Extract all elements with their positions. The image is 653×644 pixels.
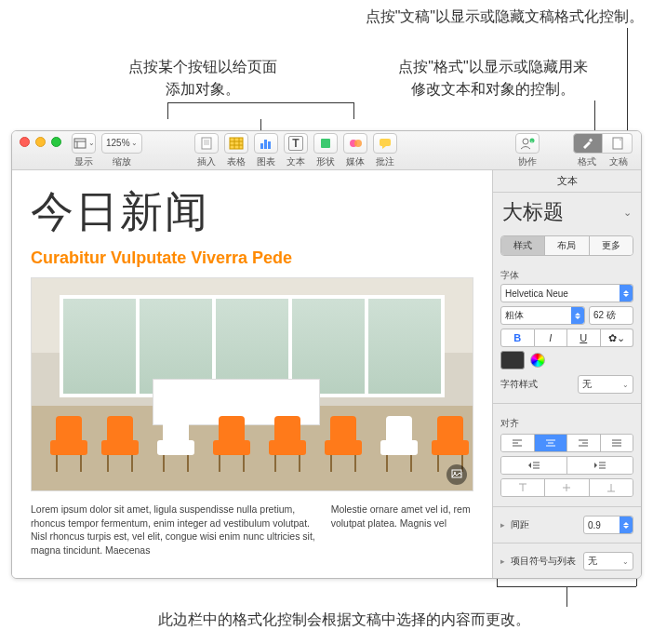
callout-text: 修改文本和对象的控制。 xyxy=(353,78,633,101)
text-button[interactable]: T xyxy=(284,133,308,154)
callout-insert: 点按某个按钮以给页面 添加对象。 xyxy=(100,56,305,101)
callout-line xyxy=(353,102,354,119)
image-chair xyxy=(101,421,139,472)
spacing-label: 间距 xyxy=(511,518,578,531)
view-group: ⌄ 显示 xyxy=(69,131,99,169)
content-area: 今日新闻 Curabitur Vulputate Viverra Pede xyxy=(12,170,641,578)
image-icon xyxy=(451,469,462,480)
font-label: 字体 xyxy=(500,269,633,282)
font-family-select[interactable]: Helvetica Neue xyxy=(500,284,633,302)
italic-button[interactable]: I xyxy=(535,329,568,347)
callout-line xyxy=(594,101,595,134)
callout-text: 添加对象。 xyxy=(100,78,305,101)
app-window: ⌄ 显示 125% ⌄ 缩放 插入 表格 xyxy=(11,130,642,579)
callout-bracket xyxy=(167,102,353,103)
comment-button[interactable] xyxy=(373,133,397,154)
shape-label: 形状 xyxy=(316,155,335,168)
seg-layout[interactable]: 布局 xyxy=(544,236,588,255)
doc-subtitle[interactable]: Curabitur Vulputate Viverra Pede xyxy=(31,248,473,268)
media-button[interactable] xyxy=(343,133,367,154)
text-label: 文本 xyxy=(287,155,305,168)
color-picker-button[interactable] xyxy=(530,353,545,368)
document-button[interactable] xyxy=(603,133,633,154)
align-section: 对齐 xyxy=(493,409,641,501)
doc-title[interactable]: 今日新闻 xyxy=(31,183,473,241)
char-style-select[interactable]: 无 ⌄ xyxy=(578,375,633,394)
spacing-row[interactable]: ▸ 间距 0.9 xyxy=(493,513,641,537)
callout-line xyxy=(636,579,637,586)
text-effects-button[interactable]: ✿⌄ xyxy=(601,329,634,347)
paragraph-style-selector[interactable]: 大标题 ⌄ xyxy=(493,193,641,230)
seg-more[interactable]: 更多 xyxy=(589,236,633,255)
text-color-swatch[interactable] xyxy=(500,351,525,369)
chevron-down-icon: ⌄ xyxy=(622,557,629,566)
zoom-group: 125% ⌄ 缩放 xyxy=(99,131,145,169)
chevron-down-icon: ⌄ xyxy=(131,139,138,147)
valign-mid-icon xyxy=(562,483,571,492)
shape-button[interactable] xyxy=(313,133,338,154)
callout-line xyxy=(566,586,567,607)
collab-button[interactable]: + xyxy=(515,133,540,154)
shape-icon xyxy=(319,137,332,150)
body-col-side: Molestie ornare amet vel id, rem volutpa… xyxy=(331,503,473,557)
callout-sidebar: 此边栏中的格式化控制会根据文稿中选择的内容而更改。 xyxy=(140,609,549,631)
align-justify-button[interactable] xyxy=(600,435,633,451)
valign-bottom-button[interactable] xyxy=(589,479,633,496)
document-canvas[interactable]: 今日新闻 Curabitur Vulputate Viverra Pede xyxy=(12,170,492,578)
paragraph-style-name: 大标题 xyxy=(502,198,564,226)
bold-button[interactable]: B xyxy=(500,329,535,347)
bullets-row[interactable]: ▸ 项目符号与列表 无 ⌄ xyxy=(493,549,641,573)
callout-text: 点按"格式"以显示或隐藏用来 xyxy=(353,56,633,78)
outdent-icon xyxy=(527,461,540,470)
table-icon xyxy=(229,137,244,150)
zoom-button[interactable]: 125% ⌄ xyxy=(101,133,142,154)
chart-label: 图表 xyxy=(257,155,275,168)
align-left-button[interactable] xyxy=(501,435,534,451)
chevron-down-icon: ⌄ xyxy=(622,381,629,389)
svg-rect-12 xyxy=(260,143,263,149)
h-align-seg xyxy=(500,434,633,452)
maximize-button[interactable] xyxy=(51,137,61,147)
indent-button[interactable] xyxy=(566,457,633,474)
spacing-field[interactable]: 0.9 xyxy=(583,516,633,534)
align-right-icon xyxy=(578,438,589,448)
align-right-button[interactable] xyxy=(566,435,600,451)
font-size-field[interactable]: 62 磅 xyxy=(589,306,633,325)
valign-middle-button[interactable] xyxy=(544,479,588,496)
inspector-tab-text[interactable]: 文本 xyxy=(493,170,641,193)
inspector-seg: 样式 布局 更多 xyxy=(500,235,633,256)
view-button[interactable]: ⌄ xyxy=(72,133,96,154)
svg-rect-23 xyxy=(589,138,593,141)
font-section: 字体 Helvetica Neue 粗体 62 磅 B I xyxy=(493,262,641,397)
image-chair xyxy=(432,421,469,472)
outdent-button[interactable] xyxy=(501,457,566,474)
seg-style[interactable]: 样式 xyxy=(501,236,544,255)
font-weight-select[interactable]: 粗体 xyxy=(500,306,585,325)
svg-point-20 xyxy=(523,139,528,144)
chart-button[interactable] xyxy=(254,133,278,154)
body-col-main: Lorem ipsum dolor sit amet, ligula suspe… xyxy=(31,503,316,557)
insert-button[interactable] xyxy=(194,133,219,154)
underline-button[interactable]: U xyxy=(567,329,601,347)
format-inspector: 文本 大标题 ⌄ 样式 布局 更多 字体 Helvetica Neue 粗体 xyxy=(492,170,641,578)
table-button[interactable] xyxy=(224,133,248,154)
doc-body[interactable]: Lorem ipsum dolor sit amet, ligula suspe… xyxy=(31,503,473,557)
window-controls xyxy=(12,131,69,169)
valign-top-button[interactable] xyxy=(501,479,544,496)
align-center-button[interactable] xyxy=(534,435,567,451)
svg-marker-40 xyxy=(528,463,531,468)
indent-icon xyxy=(593,461,606,470)
text-style-row: B I U ✿⌄ xyxy=(500,329,633,347)
page-icon xyxy=(200,137,213,150)
text-group: T 文本 xyxy=(281,131,311,169)
callout-text: 点按某个按钮以给页面 xyxy=(100,56,305,78)
minimize-button[interactable] xyxy=(35,137,46,147)
bullets-value: 无 xyxy=(588,555,597,568)
close-button[interactable] xyxy=(20,137,30,147)
doc-image[interactable] xyxy=(31,277,473,491)
table-group: 表格 xyxy=(221,131,251,169)
svg-rect-14 xyxy=(268,141,271,149)
image-placeholder-badge[interactable] xyxy=(446,464,467,485)
bullets-select[interactable]: 无 ⌄ xyxy=(583,552,633,570)
format-button[interactable] xyxy=(573,133,603,154)
